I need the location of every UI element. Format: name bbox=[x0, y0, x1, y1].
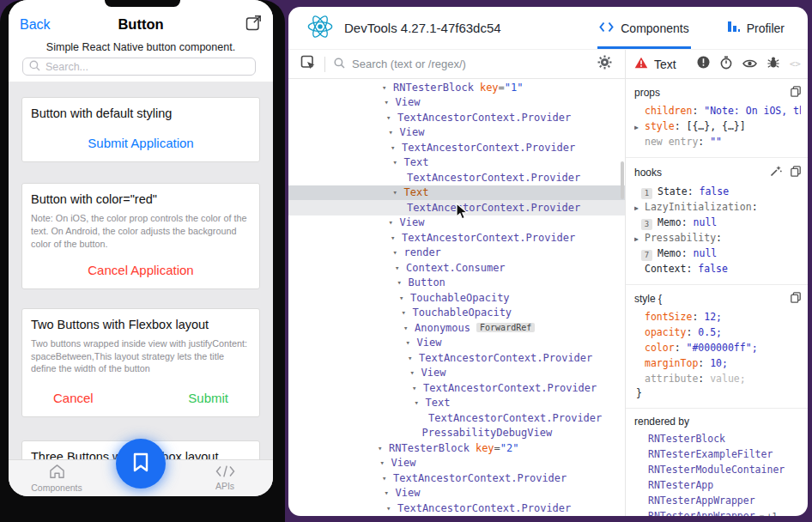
tab-components[interactable]: Components bbox=[15, 460, 98, 496]
expand-arrow-icon[interactable]: ▾ bbox=[395, 264, 406, 272]
expand-arrow-icon[interactable]: ▾ bbox=[386, 113, 397, 122]
expand-arrow-icon[interactable]: ▾ bbox=[389, 218, 400, 227]
tree-row[interactable]: TextAncestorContext.Provider bbox=[288, 170, 625, 185]
tree-row[interactable]: ▾Text bbox=[288, 185, 625, 201]
debug-bug-icon[interactable] bbox=[767, 56, 779, 72]
tree-row[interactable]: ▾TextAncestorContext.Provider bbox=[288, 501, 625, 516]
copy-icon[interactable] bbox=[791, 292, 801, 306]
error-icon[interactable] bbox=[697, 56, 710, 72]
tab-components[interactable]: Components bbox=[597, 7, 690, 49]
rn-button[interactable]: Cancel bbox=[53, 391, 94, 405]
expand-arrow-icon[interactable]: ▾ bbox=[402, 308, 413, 317]
expand-arrow-icon[interactable]: ▾ bbox=[393, 188, 404, 197]
tree-row[interactable]: ▾Button bbox=[288, 276, 625, 291]
inspect-eye-icon[interactable] bbox=[742, 57, 757, 72]
style-row[interactable]: marginTop: 10; bbox=[634, 355, 801, 371]
expand-arrow-icon[interactable]: ▾ bbox=[382, 83, 393, 92]
expand-arrow-icon[interactable]: ▾ bbox=[399, 294, 410, 302]
rn-button[interactable]: Submit bbox=[188, 391, 228, 405]
expand-arrow-icon[interactable]: ▾ bbox=[385, 489, 396, 497]
prop-row[interactable]: ▶style: [{…}, {…}] bbox=[634, 118, 801, 134]
tree-row[interactable]: ▾TextAncestorContext.Provider bbox=[288, 140, 625, 155]
expand-arrow-icon[interactable]: ▾ bbox=[389, 128, 400, 137]
tree-row[interactable]: ▾TextAncestorContext.Provider bbox=[288, 380, 625, 396]
tree-row[interactable]: ▾TextAncestorContext.Provider bbox=[288, 230, 625, 246]
rn-button[interactable]: Cancel Application bbox=[88, 263, 193, 277]
tree-row[interactable]: ▾Context.Consumer bbox=[288, 260, 625, 276]
devtools-search[interactable] bbox=[334, 57, 597, 72]
tree-row[interactable]: ▾TouchableOpacity bbox=[288, 306, 625, 321]
rendered-by-owner[interactable]: RNTesterApp bbox=[634, 477, 801, 493]
rendered-by-owner[interactable]: RNTesterAppWrapper bbox=[634, 493, 801, 508]
expand-arrow-icon[interactable]: ▶ bbox=[634, 201, 645, 215]
expand-arrow-icon[interactable]: ▾ bbox=[380, 458, 391, 467]
view-source-icon[interactable]: <> bbox=[790, 58, 801, 70]
phone-search-input[interactable] bbox=[45, 61, 249, 73]
expand-arrow-icon[interactable]: ▾ bbox=[408, 354, 419, 362]
rn-button[interactable]: Submit Application bbox=[88, 136, 193, 150]
prop-row[interactable]: children: "Note: On iOS, the bbox=[634, 103, 801, 118]
rendered-by-owner[interactable]: RNTesterExampleFilter bbox=[634, 446, 801, 462]
suspense-stopwatch-icon[interactable] bbox=[720, 56, 732, 73]
devtools-search-input[interactable] bbox=[352, 58, 597, 70]
hook-row[interactable]: 7Memo: null bbox=[634, 246, 801, 261]
tree-row[interactable]: ▾Text bbox=[288, 396, 625, 411]
parse-hooks-wand-icon[interactable] bbox=[770, 165, 782, 179]
tree-row[interactable]: ▾RNTesterBlockkey="2" bbox=[288, 440, 625, 456]
style-row[interactable]: attribute: value; bbox=[634, 371, 801, 386]
rendered-by-owner[interactable]: RNTesterModuleContainer bbox=[634, 462, 801, 477]
settings-gear-icon[interactable] bbox=[597, 55, 612, 73]
phone-search-box[interactable] bbox=[22, 58, 256, 76]
copy-icon[interactable] bbox=[791, 166, 801, 179]
expand-arrow-icon[interactable]: ▾ bbox=[397, 278, 409, 287]
bookmark-fab-button[interactable] bbox=[116, 439, 166, 489]
expand-arrow-icon[interactable]: ▶ bbox=[634, 120, 645, 134]
tree-row[interactable]: ▾TextAncestorContext.Provider bbox=[288, 350, 625, 366]
expand-arrow-icon[interactable]: ▶ bbox=[634, 232, 645, 246]
expand-arrow-icon[interactable]: ▾ bbox=[412, 384, 423, 392]
expand-arrow-icon[interactable]: ▾ bbox=[378, 444, 389, 452]
tree-row[interactable]: ▾AnonymousForwardRef bbox=[288, 320, 625, 336]
inspect-element-icon[interactable] bbox=[300, 55, 316, 74]
style-row[interactable]: color: "#000000ff"; bbox=[634, 340, 801, 355]
hook-row[interactable]: ▶Pressability: bbox=[634, 230, 801, 246]
tree-row[interactable]: ▾render bbox=[288, 246, 625, 261]
prop-row[interactable]: new entry: "" bbox=[634, 134, 801, 149]
hook-row[interactable]: 1State: false bbox=[634, 184, 801, 199]
expand-arrow-icon[interactable]: ▾ bbox=[415, 398, 426, 407]
tree-row[interactable]: ▾TextAncestorContext.Provider bbox=[288, 110, 625, 125]
tree-scrollbar-thumb[interactable] bbox=[621, 161, 624, 199]
expand-arrow-icon[interactable]: ▾ bbox=[391, 234, 402, 242]
tree-row[interactable]: ▾RNTesterBlockkey="1" bbox=[288, 80, 625, 95]
expand-arrow-icon[interactable]: ▾ bbox=[391, 143, 402, 152]
tab-apis[interactable]: APIs bbox=[184, 460, 266, 496]
open-external-icon[interactable] bbox=[245, 15, 262, 34]
copy-icon[interactable] bbox=[791, 86, 801, 100]
expand-arrow-icon[interactable]: ▾ bbox=[403, 324, 415, 332]
tree-row[interactable]: ▾View bbox=[288, 125, 625, 141]
tree-row[interactable]: PressabilityDebugView bbox=[288, 426, 625, 441]
hook-row[interactable]: 3Memo: null bbox=[634, 215, 801, 230]
tree-row[interactable]: ▾View bbox=[288, 366, 625, 381]
rendered-by-owner[interactable]: RNTesterAppWrapper≡+1 bbox=[634, 508, 801, 516]
style-row[interactable]: opacity: 0.5; bbox=[634, 325, 801, 340]
expand-arrow-icon[interactable]: ▾ bbox=[406, 338, 417, 347]
expand-arrow-icon[interactable]: ▾ bbox=[393, 248, 404, 257]
rendered-by-owner[interactable]: RNTesterBlock bbox=[634, 431, 801, 446]
tree-row[interactable]: ▾View bbox=[288, 486, 625, 501]
tree-row[interactable]: ▾View bbox=[288, 95, 625, 111]
tree-row[interactable]: ▾TextAncestorContext.Provider bbox=[288, 470, 625, 486]
hook-row[interactable]: Context: false bbox=[634, 261, 801, 276]
hook-row[interactable]: ▶LazyInitialization: bbox=[634, 199, 801, 215]
expand-arrow-icon[interactable]: ▾ bbox=[393, 158, 404, 167]
expand-arrow-icon[interactable]: ▾ bbox=[385, 98, 396, 106]
style-row[interactable]: fontSize: 12; bbox=[634, 309, 801, 325]
tree-row[interactable]: ▾View bbox=[288, 456, 625, 471]
tree-row[interactable]: ▾TouchableOpacity bbox=[288, 290, 625, 306]
expand-arrow-icon[interactable]: ▾ bbox=[410, 368, 421, 377]
tree-row[interactable]: ▾View bbox=[288, 336, 625, 351]
expand-arrow-icon[interactable]: ▾ bbox=[386, 504, 397, 513]
tree-row[interactable]: ▾Text bbox=[288, 155, 625, 171]
expand-arrow-icon[interactable]: ▾ bbox=[382, 474, 393, 483]
tab-profiler[interactable]: Profiler bbox=[725, 7, 786, 49]
